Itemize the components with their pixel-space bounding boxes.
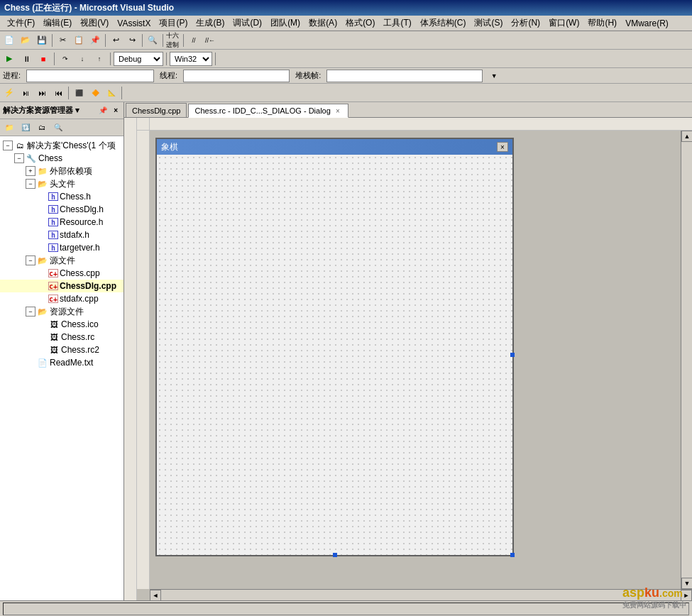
scroll-v-track[interactable] [681, 142, 692, 578]
menu-item-O[interactable]: 格式(O) [341, 16, 379, 31]
menu-item-W[interactable]: 窗口(W) [544, 16, 583, 31]
redo-btn[interactable]: ↪ [124, 33, 140, 48]
tree-item-resources[interactable]: −📂资源文件 [0, 305, 123, 318]
comment-btn[interactable]: // [186, 33, 202, 48]
cut-btn[interactable]: ✂ [55, 33, 70, 48]
scroll-up-btn[interactable]: ▲ [681, 131, 692, 142]
sidebar-close-btn[interactable]: × [111, 105, 121, 116]
dialog-close-btn[interactable]: × [497, 142, 508, 152]
tree-item-chess[interactable]: −🔧Chess [0, 152, 123, 165]
t3-btn7[interactable]: 📐 [104, 85, 119, 101]
scroll-right-btn[interactable]: ► [681, 590, 692, 600]
sep5 [183, 34, 184, 47]
expand-icon[interactable]: − [26, 307, 35, 317]
save-btn[interactable]: 💾 [34, 33, 50, 48]
expand-icon[interactable]: − [26, 179, 35, 189]
step-out-btn[interactable]: ↑ [92, 51, 107, 67]
stop-btn[interactable]: ■ [35, 51, 51, 67]
menu-item-H[interactable]: 帮助(H) [583, 16, 621, 31]
tree-item-chessdlg_cpp[interactable]: c+ChessDlg.cpp [0, 280, 123, 292]
design-canvas[interactable]: 象棋 × ▲ [137, 118, 692, 600]
menu-item-S[interactable]: 测试(S) [470, 16, 507, 31]
platform-select[interactable]: Win32 [170, 52, 212, 66]
expand-icon[interactable]: − [26, 255, 35, 265]
sidebar-pin-btn[interactable]: 📌 [96, 105, 110, 116]
stack-btn[interactable]: ▼ [488, 70, 500, 82]
step-in-btn[interactable]: ↓ [75, 51, 90, 67]
t3-btn6[interactable]: 🔶 [87, 85, 103, 101]
tree-item-resource_h[interactable]: hResource.h [0, 216, 123, 229]
sidebar-toolbar-btn2[interactable]: 🔃 [18, 120, 33, 136]
horizontal-scrollbar[interactable]: ◄ ► [150, 589, 692, 600]
hex-btn[interactable]: 十六进制 [165, 33, 181, 48]
tree-item-chess_cpp[interactable]: c+Chess.cpp [0, 267, 123, 280]
status-panel-1 [3, 603, 689, 615]
tree-item-solution[interactable]: −🗂解决方案'Chess'(1 个项 [0, 139, 123, 152]
tab-chess_rc_tab[interactable]: Chess.rc - IDD_C...S_DIALOG - Dialog× [188, 104, 348, 118]
t3-btn4[interactable]: ⏮ [50, 85, 66, 101]
menu-item-VMwareR[interactable]: VMware(R) [621, 17, 673, 30]
expand-icon[interactable]: − [14, 153, 24, 163]
tree-item-readme[interactable]: 📄ReadMe.txt [0, 356, 123, 369]
tree-item-chess_rc[interactable]: 🖼Chess.rc [0, 331, 123, 343]
menu-item-N[interactable]: 分析(N) [507, 16, 544, 31]
tree-item-extern[interactable]: +📁外部依赖项 [0, 165, 123, 177]
undo-btn[interactable]: ↩ [108, 33, 123, 48]
tree-item-label: 解决方案'Chess'(1 个项 [27, 140, 116, 152]
scroll-left-btn[interactable]: ◄ [150, 590, 161, 600]
menu-item-M[interactable]: 团队(M) [266, 16, 304, 31]
step-over-btn[interactable]: ↷ [57, 51, 73, 67]
new-btn[interactable]: 📄 [1, 33, 17, 48]
vertical-scrollbar[interactable]: ▲ ▼ [681, 131, 692, 589]
find-btn[interactable]: 🔍 [145, 33, 160, 48]
menu-item-A[interactable]: 数据(A) [304, 16, 341, 31]
menu-item-P[interactable]: 项目(P) [155, 16, 192, 31]
tree-item-label: Chess.h [60, 192, 91, 202]
sidebar-toolbar-btn3[interactable]: 🗂 [34, 120, 50, 136]
t3-btn2[interactable]: ⏯ [18, 85, 33, 101]
toolbar3: ⚡ ⏯ ⏭ ⏮ ⬛ 🔶 📐 [0, 84, 692, 102]
config-select[interactable]: Debug [114, 52, 163, 66]
sidebar-toolbar-btn4[interactable]: 🔍 [50, 120, 66, 136]
menu-item-VAssistX[interactable]: VAssistX [113, 17, 155, 30]
design-surface-area[interactable]: 象棋 × [150, 131, 681, 589]
expand-icon[interactable]: − [3, 141, 13, 150]
tree-item-chess_h[interactable]: hChess.h [0, 190, 123, 203]
menu-item-F[interactable]: 文件(F) [3, 16, 39, 31]
tree-item-chessdlg_h[interactable]: hChessDlg.h [0, 203, 123, 216]
scroll-down-btn[interactable]: ▼ [681, 578, 692, 589]
paste-btn[interactable]: 📌 [87, 33, 103, 48]
toolbar1: 📄 📂 💾 ✂ 📋 📌 ↩ ↪ 🔍 十六进制 // //← [0, 31, 692, 50]
t3-btn3[interactable]: ⏭ [34, 85, 50, 101]
tree-item-chess_ico[interactable]: 🖼Chess.ico [0, 318, 123, 331]
t3-btn1[interactable]: ⚡ [1, 85, 17, 101]
sep4 [163, 34, 163, 47]
snap-handle-bottom[interactable] [333, 553, 337, 557]
pause-btn[interactable]: ⏸ [18, 51, 34, 67]
sidebar-toolbar-btn1[interactable]: 📁 [1, 120, 17, 136]
menu-item-V[interactable]: 视图(V) [76, 16, 113, 31]
menu-item-B[interactable]: 生成(B) [192, 16, 229, 31]
expand-icon[interactable]: + [26, 166, 35, 176]
t3-btn5[interactable]: ⬛ [71, 85, 87, 101]
menu-item-C[interactable]: 体系结构(C) [416, 16, 471, 31]
snap-handle-right[interactable] [510, 353, 515, 357]
tree-item-stdafx_cpp[interactable]: c+stdafx.cpp [0, 292, 123, 305]
tree-item-headers[interactable]: −📂头文件 [0, 177, 123, 190]
uncomment-btn[interactable]: //← [202, 33, 218, 48]
scroll-h-track[interactable] [161, 590, 681, 600]
dialog-body[interactable] [157, 155, 512, 555]
tree-item-chess_rc2[interactable]: 🖼Chess.rc2 [0, 343, 123, 356]
menu-item-D[interactable]: 调试(D) [229, 16, 266, 31]
open-btn[interactable]: 📂 [18, 33, 33, 48]
menu-item-E[interactable]: 编辑(E) [39, 16, 76, 31]
tab-chessdlg_cpp_tab[interactable]: ChessDlg.cpp [126, 103, 187, 117]
tab-close-chess_rc_tab[interactable]: × [334, 106, 342, 115]
tree-item-sources[interactable]: −📂源文件 [0, 254, 123, 267]
copy-btn[interactable]: 📋 [71, 33, 87, 48]
start-debug-btn[interactable]: ▶ [1, 51, 17, 67]
snap-handle-br[interactable] [510, 553, 515, 557]
menu-item-T[interactable]: 工具(T) [379, 16, 415, 31]
tree-item-stdafx_h[interactable]: hstdafx.h [0, 229, 123, 241]
tree-item-targetver_h[interactable]: htargetver.h [0, 241, 123, 254]
